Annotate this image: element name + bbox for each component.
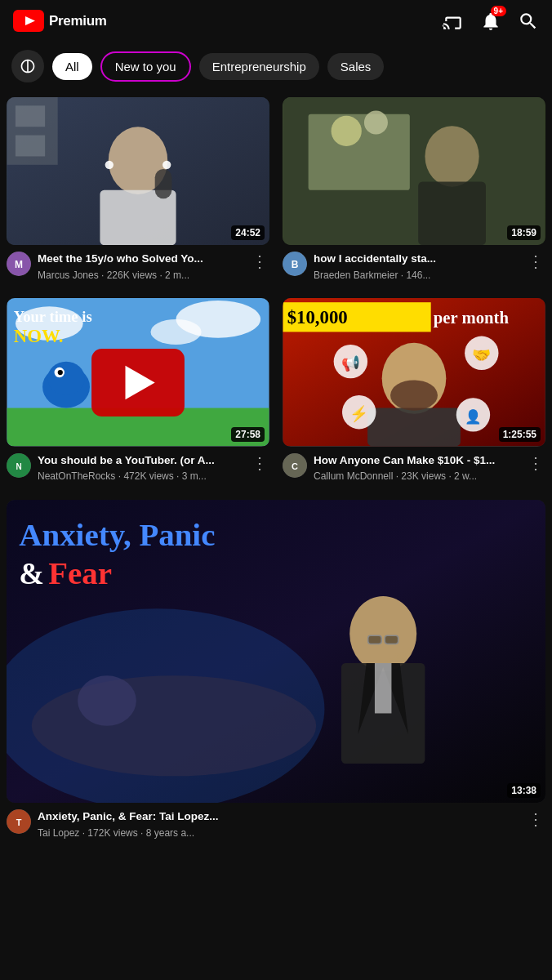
thumbnail-4: $10,000 per month 📢 🤝 ⚡ 👤 1:25:55: [283, 298, 545, 446]
more-options-1[interactable]: ⋮: [250, 253, 269, 270]
thumbnail-5: Anxiety, Panic & Fear 13:38: [7, 500, 545, 803]
video-text-4: How Anyone Can Make $10K - $1... Callum …: [314, 453, 519, 483]
video-card-3[interactable]: Your time is NOW. 27:58 N You should be …: [0, 298, 276, 499]
chips-row: All New to you Entrepreneurship Sales: [0, 42, 552, 91]
video-title-1: Meet the 15y/o who Solved Yo...: [38, 252, 243, 266]
svg-point-29: [47, 362, 85, 395]
video-card-1[interactable]: 24:52 M Meet the 15y/o who Solved Yo... …: [0, 97, 276, 298]
svg-text:📢: 📢: [341, 354, 361, 372]
svg-point-26: [151, 319, 202, 345]
svg-text:NOW.: NOW.: [14, 326, 63, 346]
chip-new-to-you[interactable]: New to you: [100, 51, 191, 82]
video-info-4: C How Anyone Can Make $10K - $1... Callu…: [283, 453, 545, 483]
svg-text:B: B: [292, 259, 299, 270]
thumbnail-2: 18:59: [283, 97, 545, 245]
video-card-4[interactable]: $10,000 per month 📢 🤝 ⚡ 👤 1:25:55 C How …: [276, 298, 552, 499]
chip-all[interactable]: All: [52, 53, 92, 80]
youtube-logo[interactable]: Premium: [13, 10, 107, 32]
more-options-2[interactable]: ⋮: [526, 253, 545, 270]
svg-rect-66: [385, 635, 398, 644]
video-grid: 24:52 M Meet the 15y/o who Solved Yo... …: [0, 91, 552, 863]
video-meta-5: Tai Lopez · 172K views · 8 years a...: [38, 826, 519, 840]
explore-chip[interactable]: [11, 50, 44, 82]
search-icon[interactable]: [518, 11, 539, 32]
svg-point-31: [58, 370, 63, 375]
svg-text:$10,000: $10,000: [287, 308, 348, 328]
video-info-5: T Anxiety, Panic, & Fear: Tai Lopez... T…: [7, 809, 545, 840]
duration-badge-2: 18:59: [507, 225, 541, 240]
svg-rect-41: [367, 408, 461, 447]
thumbnail-3: Your time is NOW. 27:58: [7, 298, 269, 446]
cast-icon[interactable]: [443, 11, 464, 32]
premium-label: Premium: [49, 13, 107, 29]
svg-point-6: [105, 161, 114, 169]
svg-text:👤: 👤: [465, 409, 482, 426]
svg-text:M: M: [15, 259, 23, 270]
thumb-illustration-3: Your time is NOW.: [7, 298, 269, 446]
svg-text:Your time is: Your time is: [14, 308, 92, 325]
channel-avatar-1: M: [7, 252, 31, 276]
video-text-1: Meet the 15y/o who Solved Yo... Marcus J…: [38, 252, 243, 282]
svg-text:per month: per month: [434, 310, 510, 328]
header-right: 9+: [443, 11, 539, 32]
video-info-1: M Meet the 15y/o who Solved Yo... Marcus…: [7, 252, 269, 282]
duration-badge-4: 1:25:55: [499, 427, 541, 442]
channel-avatar-5: T: [7, 809, 31, 834]
svg-rect-20: [283, 97, 545, 245]
video-meta-4: Callum McDonnell · 23K views · 2 w...: [314, 470, 519, 483]
svg-text:Anxiety, Panic: Anxiety, Panic: [19, 517, 215, 552]
video-info-3: N You should be a YouTuber. (or A... Nea…: [7, 453, 269, 483]
thumbnail-1: 24:52: [7, 97, 269, 245]
svg-rect-64: [375, 663, 391, 713]
duration-badge-1: 24:52: [231, 225, 265, 240]
thumb-illustration-1: [7, 97, 269, 245]
video-title-5: Anxiety, Panic, & Fear: Tai Lopez...: [38, 809, 519, 824]
video-card-2[interactable]: 18:59 B how I accidentally sta... Braede…: [276, 97, 552, 298]
app-header: Premium 9+: [0, 0, 552, 42]
yt-logo-icon: [13, 10, 44, 32]
video-info-2: B how I accidentally sta... Braeden Bark…: [283, 252, 545, 282]
duration-badge-5: 13:38: [507, 783, 541, 798]
svg-rect-8: [155, 169, 172, 198]
svg-text:⚡: ⚡: [349, 404, 369, 423]
video-meta-3: NeatOnTheRocks · 472K views · 3 m...: [38, 470, 243, 483]
svg-point-7: [162, 161, 171, 169]
video-meta-2: Braeden Barkmeier · 146...: [314, 269, 519, 283]
svg-point-61: [349, 596, 416, 671]
video-text-2: how I accidentally sta... Braeden Barkme…: [314, 252, 519, 282]
svg-text:N: N: [16, 462, 21, 471]
video-card-5[interactable]: Anxiety, Panic & Fear 13:38 T Anxiety, P…: [0, 500, 552, 857]
svg-rect-11: [16, 136, 45, 157]
video-meta-1: Marcus Jones · 226K views · 2 m...: [38, 269, 243, 283]
duration-badge-3: 27:58: [231, 427, 265, 442]
thumb-illustration-5: Anxiety, Panic & Fear: [7, 500, 545, 803]
chip-entrepreneurship[interactable]: Entrepreneurship: [199, 53, 319, 80]
svg-text:T: T: [16, 817, 22, 827]
svg-rect-65: [368, 635, 381, 644]
svg-text:🤝: 🤝: [472, 345, 492, 364]
more-options-4[interactable]: ⋮: [526, 455, 545, 471]
video-text-5: Anxiety, Panic, & Fear: Tai Lopez... Tai…: [38, 809, 519, 840]
svg-text:C: C: [292, 461, 298, 471]
thumb-illustration-4: $10,000 per month 📢 🤝 ⚡ 👤: [283, 298, 545, 446]
notification-badge: 9+: [491, 6, 506, 16]
more-options-3[interactable]: ⋮: [250, 455, 269, 471]
svg-text:&: &: [19, 557, 44, 590]
thumb-illustration-2: [283, 97, 545, 245]
more-options-5[interactable]: ⋮: [526, 811, 545, 827]
video-title-2: how I accidentally sta...: [314, 252, 519, 266]
channel-avatar-4: C: [283, 453, 307, 478]
header-left: Premium: [13, 10, 107, 32]
video-title-3: You should be a YouTuber. (or A...: [38, 453, 243, 468]
channel-avatar-3: N: [7, 453, 31, 478]
svg-point-42: [390, 381, 438, 411]
svg-text:Fear: Fear: [48, 555, 112, 590]
video-title-4: How Anyone Can Make $10K - $1...: [314, 453, 519, 468]
svg-point-60: [78, 675, 136, 725]
notification-bell-icon[interactable]: 9+: [480, 11, 501, 32]
svg-point-59: [32, 675, 316, 776]
channel-avatar-2: B: [283, 252, 307, 276]
svg-rect-10: [16, 105, 45, 127]
video-text-3: You should be a YouTuber. (or A... NeatO…: [38, 453, 243, 483]
chip-sales[interactable]: Sales: [327, 53, 385, 80]
